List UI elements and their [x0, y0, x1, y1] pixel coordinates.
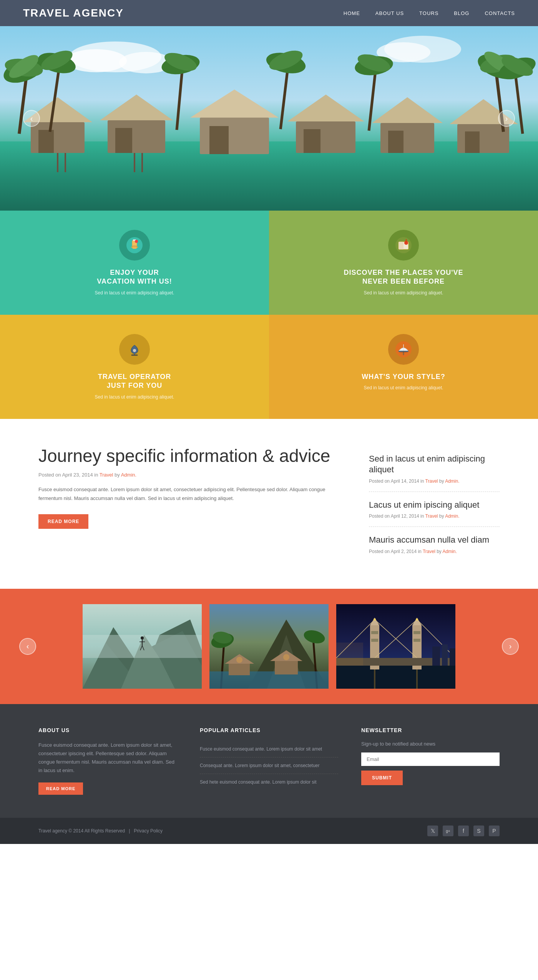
- feature-style-title: WHAT'S YOUR STYLE?: [362, 372, 445, 381]
- gallery-slider: ‹: [0, 589, 538, 704]
- popular-article-2: Sed hete euismod consequat ante. Lorem i…: [200, 774, 338, 790]
- feature-enjoy-desc: Sed in lacus ut enim adipiscing aliquet.: [95, 290, 174, 296]
- blog-main-meta: Posted on April 23, 2014 in Travel by Ad…: [38, 472, 346, 478]
- sidebar-1-author[interactable]: Admin.: [445, 513, 459, 519]
- svg-point-115: [416, 618, 418, 621]
- svg-rect-119: [450, 648, 455, 666]
- svg-rect-60: [399, 242, 404, 249]
- svg-rect-105: [371, 631, 378, 634]
- sidebar-post-2-meta: Posted on April 2, 2014 in Travel by Adm…: [369, 549, 500, 554]
- svg-rect-116: [336, 643, 363, 666]
- feature-style-icon: [388, 334, 419, 365]
- facebook-icon[interactable]: f: [458, 826, 469, 836]
- footer-about-text: Fusce euismod consequat ante. Lorem ipsu…: [38, 741, 177, 775]
- svg-point-95: [236, 657, 242, 663]
- footer-newsletter: NEWSLETTER Sign-up to be notified about …: [361, 727, 500, 795]
- blog-read-more-button[interactable]: READ MORE: [38, 514, 88, 529]
- newsletter-submit-button[interactable]: SUBMIT: [361, 771, 403, 785]
- blog-main-author[interactable]: Admin.: [121, 472, 136, 478]
- svg-rect-118: [442, 644, 448, 666]
- blog-section: Journey specific information & advice Po…: [0, 419, 538, 589]
- svg-rect-12: [115, 128, 132, 153]
- gallery-inner: [0, 604, 538, 689]
- feature-discover: DISCOVER THE PLACES YOU'VENEVER BEEN BEF…: [269, 211, 538, 315]
- pinterest-icon[interactable]: P: [489, 826, 500, 836]
- features-grid: ENJOY YOURVACATION WITH US! Sed in lacus…: [0, 211, 538, 419]
- feature-operator-desc: Sed in lacus ut enim adipiscing aliquet.: [95, 394, 174, 400]
- nav-contacts[interactable]: CONTACTS: [485, 10, 515, 16]
- footer-popular-heading: POPULAR ARTICLES: [200, 727, 338, 733]
- footer-newsletter-heading: NEWSLETTER: [361, 727, 500, 733]
- gallery-image-0: [83, 604, 202, 689]
- feature-enjoy: ENJOY YOURVACATION WITH US! Sed in lacus…: [0, 211, 269, 315]
- nav-blog[interactable]: BLOG: [454, 10, 469, 16]
- svg-rect-24: [465, 131, 480, 153]
- svg-point-55: [135, 240, 138, 243]
- svg-rect-91: [229, 664, 250, 675]
- footer-bottom: Travel agency © 2014 All Rights Reserved…: [0, 818, 538, 844]
- site-logo: TRAVEL AGENCY: [23, 7, 124, 19]
- footer-read-more-button[interactable]: READ MORE: [38, 782, 83, 795]
- hero-slider: ‹ ›: [0, 26, 538, 211]
- hero-next-button[interactable]: ›: [498, 110, 515, 127]
- footer-popular: POPULAR ARTICLES Fusce euismod consequat…: [200, 727, 338, 795]
- newsletter-desc: Sign-up to be notified about news: [361, 741, 500, 747]
- hero-scenery: [0, 26, 538, 211]
- gallery-next-button[interactable]: ›: [502, 638, 519, 655]
- svg-point-77: [141, 636, 144, 639]
- feature-discover-desc: Sed in lacus ut enim adipiscing aliquet.: [364, 290, 443, 296]
- svg-point-65: [133, 349, 136, 352]
- svg-rect-15: [209, 126, 229, 154]
- sidebar-0-category[interactable]: Travel: [425, 478, 438, 484]
- popular-article-1: Consequat ante. Lorem ipsum dolor sit am…: [200, 757, 338, 774]
- sidebar-1-category[interactable]: Travel: [425, 513, 438, 519]
- svg-point-71: [399, 351, 408, 353]
- blog-sidebar: Sed in lacus ut enim adipiscing aliquet …: [369, 446, 500, 562]
- sidebar-post-0-meta: Posted on April 14, 2014 in Travel by Ad…: [369, 478, 500, 484]
- nav-about[interactable]: ABOUT US: [375, 10, 404, 16]
- feature-enjoy-title: ENJOY YOURVACATION WITH US!: [97, 268, 172, 286]
- feature-enjoy-icon: [119, 230, 150, 261]
- svg-rect-117: [432, 646, 440, 666]
- svg-rect-98: [336, 666, 455, 689]
- main-nav: HOME ABOUT US TOURS BLOG CONTACTS: [344, 10, 515, 16]
- footer-about-heading: ABOUT US: [38, 727, 177, 733]
- nav-tours[interactable]: TOURS: [419, 10, 438, 16]
- sidebar-2-category[interactable]: Travel: [423, 549, 435, 554]
- svg-rect-9: [38, 130, 54, 153]
- blog-main-title: Journey specific information & advice: [38, 446, 346, 466]
- feature-discover-title: DISCOVER THE PLACES YOU'VENEVER BEEN BEF…: [344, 268, 463, 286]
- nav-home[interactable]: HOME: [344, 10, 360, 16]
- feature-operator: TRAVEL OPERATORJUST FOR YOU Sed in lacus…: [0, 315, 269, 419]
- sidebar-post-2: Mauris accumsan nulla vel diam Posted on…: [369, 527, 500, 562]
- gallery-prev-button[interactable]: ‹: [19, 638, 36, 655]
- blog-main-excerpt: Fusce euismod consequat ante. Lorem ipsu…: [38, 485, 346, 502]
- footer-about: ABOUT US Fusce euismod consequat ante. L…: [38, 727, 177, 795]
- svg-point-96: [283, 654, 289, 660]
- footer: ABOUT US Fusce euismod consequat ante. L…: [0, 704, 538, 844]
- blog-main-category[interactable]: Travel: [100, 472, 113, 478]
- svg-rect-107: [413, 631, 420, 634]
- twitter-icon[interactable]: 𝕏: [427, 826, 438, 836]
- blog-main-post: Journey specific information & advice Po…: [38, 446, 346, 562]
- feature-style-desc: Sed in lacus ut enim adipiscing aliquet.: [364, 385, 443, 390]
- feature-operator-title: TRAVEL OPERATORJUST FOR YOU: [98, 372, 171, 390]
- sidebar-post-1: Lacus ut enim ipiscing aliquet Posted on…: [369, 492, 500, 527]
- sidebar-2-author[interactable]: Admin.: [443, 549, 457, 554]
- sidebar-post-1-meta: Posted on April 12, 2014 in Travel by Ad…: [369, 513, 500, 519]
- social-icons: 𝕏 g+ f S P: [427, 826, 500, 836]
- newsletter-email-input[interactable]: [361, 752, 500, 766]
- svg-point-114: [374, 618, 376, 621]
- sidebar-0-author[interactable]: Admin.: [445, 478, 459, 484]
- privacy-policy-link[interactable]: Privacy Policy: [134, 828, 163, 834]
- feature-style: WHAT'S YOUR STYLE? Sed in lacus ut enim …: [269, 315, 538, 419]
- footer-copyright: Travel agency © 2014 All Rights Reserved…: [38, 828, 163, 834]
- svg-rect-108: [413, 639, 420, 642]
- skype-icon[interactable]: S: [473, 826, 484, 836]
- feature-operator-icon: [119, 334, 150, 365]
- svg-rect-106: [371, 639, 378, 642]
- footer-main: ABOUT US Fusce euismod consequat ante. L…: [0, 704, 538, 818]
- googleplus-icon[interactable]: g+: [443, 826, 453, 836]
- hero-prev-button[interactable]: ‹: [23, 110, 40, 127]
- svg-rect-21: [388, 131, 404, 153]
